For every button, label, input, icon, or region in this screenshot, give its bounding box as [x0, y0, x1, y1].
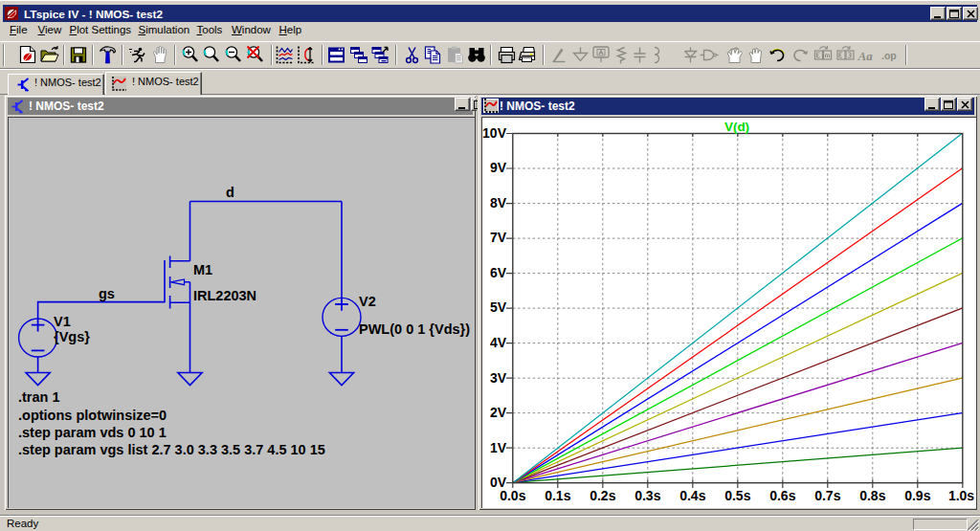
svg-text:.step param vds 0 10 1: .step param vds 0 10 1: [18, 425, 167, 440]
svg-text:.step param vgs list 2.7 3.0 3: .step param vgs list 2.7 3.0 3.3 3.5 3.7…: [18, 442, 325, 457]
svg-text:0.1s: 0.1s: [545, 488, 570, 503]
svg-text:0.8s: 0.8s: [859, 488, 885, 503]
svg-text:0.2s: 0.2s: [590, 488, 615, 503]
svg-text:0.5s: 0.5s: [724, 488, 750, 503]
svg-text:6V: 6V: [490, 265, 507, 280]
svg-text:0.6s: 0.6s: [769, 488, 795, 503]
svg-text:1.0s: 1.0s: [948, 488, 974, 503]
svg-text:PWL(0 0 1 {Vds}): PWL(0 0 1 {Vds}): [359, 321, 470, 337]
svg-text:gs: gs: [99, 286, 115, 301]
svg-text:4V: 4V: [490, 335, 507, 350]
svg-text:{Vgs}: {Vgs}: [54, 329, 90, 344]
svg-text:.op: .op: [881, 50, 897, 61]
svg-text:IRL2203N: IRL2203N: [193, 288, 256, 303]
svg-text:0.0s: 0.0s: [500, 488, 525, 503]
svg-text:0.4s: 0.4s: [679, 488, 705, 503]
svg-text:7V: 7V: [490, 230, 507, 245]
svg-text:.tran 1: .tran 1: [18, 389, 60, 405]
svg-text:9V: 9V: [490, 160, 507, 175]
svg-text:V1: V1: [54, 314, 71, 329]
svg-text:V2: V2: [359, 294, 376, 309]
svg-text:8V: 8V: [490, 195, 507, 210]
svg-text:Aa: Aa: [858, 49, 874, 63]
svg-text:d: d: [226, 185, 234, 200]
svg-text:.options plotwinsize=0: .options plotwinsize=0: [18, 408, 167, 423]
svg-text:V(d): V(d): [724, 120, 749, 134]
svg-text:M1: M1: [193, 262, 212, 277]
svg-text:2V: 2V: [490, 405, 507, 420]
svg-text:1V: 1V: [490, 440, 507, 455]
svg-text:10V: 10V: [482, 125, 507, 141]
svg-text:0.7s: 0.7s: [814, 488, 840, 503]
svg-text:5V: 5V: [490, 299, 507, 315]
svg-text:0.3s: 0.3s: [635, 488, 660, 503]
svg-text:0.9s: 0.9s: [904, 488, 930, 503]
svg-text:3V: 3V: [490, 370, 507, 386]
